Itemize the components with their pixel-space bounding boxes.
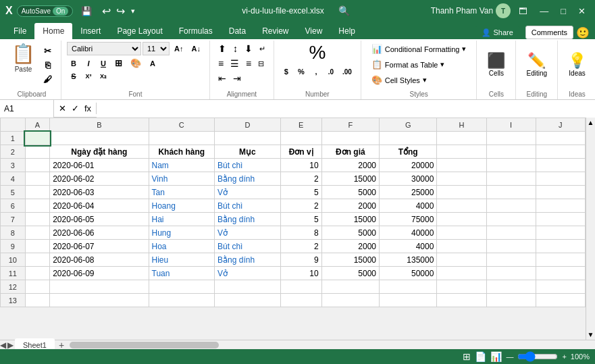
indent-increase-button[interactable]: ⇥ bbox=[230, 72, 244, 85]
cell-d7[interactable]: Bằng dính bbox=[215, 213, 281, 226]
cell-j10[interactable] bbox=[536, 253, 585, 267]
decimal-increase-button[interactable]: .0 bbox=[324, 66, 338, 77]
currency-button[interactable]: $ bbox=[280, 66, 293, 77]
feedback-button[interactable]: 🙂 bbox=[576, 26, 590, 39]
cell-i1[interactable] bbox=[486, 132, 536, 145]
sheet-tab-sheet1[interactable]: Sheet1 bbox=[15, 338, 55, 350]
cell-c5[interactable]: Tan bbox=[149, 186, 215, 199]
cell-b11[interactable]: 2020-06-09 bbox=[50, 267, 149, 280]
tab-home[interactable]: Home bbox=[34, 23, 72, 39]
accept-formula-button[interactable]: ✓ bbox=[70, 103, 81, 114]
cell-e10[interactable]: 9 bbox=[280, 253, 321, 267]
cell-d10[interactable]: Bằng dính bbox=[215, 253, 281, 267]
cell-c7[interactable]: Hai bbox=[149, 213, 215, 226]
cell-b10[interactable]: 2020-06-08 bbox=[50, 253, 149, 267]
cell-b2[interactable]: Ngày đặt hàng bbox=[50, 145, 149, 159]
cell-a13[interactable] bbox=[25, 294, 50, 307]
cell-f5[interactable]: 5000 bbox=[321, 186, 379, 199]
cell-f12[interactable] bbox=[321, 280, 379, 294]
cell-b4[interactable]: 2020-06-02 bbox=[50, 172, 149, 186]
cell-d4[interactable]: Bằng dính bbox=[215, 172, 281, 186]
cell-e11[interactable]: 10 bbox=[280, 267, 321, 280]
cell-a11[interactable] bbox=[25, 267, 50, 280]
cell-a2[interactable] bbox=[25, 145, 50, 159]
format-painter-button[interactable]: 🖌 bbox=[40, 73, 55, 86]
cell-g5[interactable]: 25000 bbox=[380, 186, 437, 199]
cell-d6[interactable]: Bút chì bbox=[215, 199, 281, 213]
cell-e7[interactable]: 5 bbox=[280, 213, 321, 226]
col-header-a[interactable]: A bbox=[25, 118, 50, 132]
cell-f3[interactable]: 2000 bbox=[321, 159, 379, 172]
cell-d13[interactable] bbox=[215, 294, 281, 307]
cell-h13[interactable] bbox=[437, 294, 486, 307]
col-header-d[interactable]: D bbox=[215, 118, 281, 132]
cell-f10[interactable]: 15000 bbox=[321, 253, 379, 267]
cell-g3[interactable]: 20000 bbox=[380, 159, 437, 172]
cell-styles-button[interactable]: 🎨 Cell Styles ▾ bbox=[367, 73, 432, 87]
cell-f9[interactable]: 2000 bbox=[321, 240, 379, 253]
col-header-h[interactable]: H bbox=[437, 118, 486, 132]
cell-g6[interactable]: 4000 bbox=[380, 199, 437, 213]
comma-button[interactable]: , bbox=[309, 66, 323, 77]
cell-e13[interactable] bbox=[280, 294, 321, 307]
cell-d5[interactable]: Vở bbox=[215, 186, 281, 199]
cell-i5[interactable] bbox=[486, 186, 536, 199]
scroll-down-button[interactable]: ▼ bbox=[586, 330, 596, 340]
tab-page-layout[interactable]: Page Layout bbox=[109, 23, 170, 39]
comments-button[interactable]: Comments bbox=[525, 26, 573, 39]
close-button[interactable]: ✕ bbox=[574, 5, 590, 18]
scroll-sheet-left-button[interactable]: ◀ bbox=[0, 340, 6, 350]
scroll-up-button[interactable]: ▲ bbox=[586, 118, 596, 128]
cell-i10[interactable] bbox=[486, 253, 536, 267]
cell-e9[interactable]: 2 bbox=[280, 240, 321, 253]
cell-a10[interactable] bbox=[25, 253, 50, 267]
cell-i6[interactable] bbox=[486, 199, 536, 213]
tab-review[interactable]: Review bbox=[254, 23, 296, 39]
undo-button[interactable]: ↩ bbox=[100, 4, 113, 18]
col-header-g[interactable]: G bbox=[380, 118, 437, 132]
col-header-b[interactable]: B bbox=[50, 118, 149, 132]
font-color-button[interactable]: A bbox=[146, 58, 159, 69]
cell-h8[interactable] bbox=[437, 226, 486, 240]
bold-button[interactable]: B bbox=[67, 58, 80, 69]
tab-help[interactable]: Help bbox=[330, 23, 363, 39]
italic-button[interactable]: I bbox=[82, 58, 95, 69]
hscroll-thumb[interactable] bbox=[70, 342, 219, 348]
cell-b6[interactable]: 2020-06-04 bbox=[50, 199, 149, 213]
cell-g2[interactable]: Tổng bbox=[380, 145, 437, 159]
cell-i4[interactable] bbox=[486, 172, 536, 186]
cell-j5[interactable] bbox=[536, 186, 585, 199]
cell-h7[interactable] bbox=[437, 213, 486, 226]
profile-area[interactable]: Thanh Pham Van T bbox=[431, 3, 511, 18]
cell-d11[interactable]: Vở bbox=[215, 267, 281, 280]
page-break-view-button[interactable]: 📊 bbox=[490, 351, 502, 362]
tab-view[interactable]: View bbox=[297, 23, 331, 39]
underline-button[interactable]: U bbox=[97, 58, 110, 69]
cell-d2[interactable]: Mục bbox=[215, 145, 281, 159]
zoom-plus-icon[interactable]: + bbox=[562, 353, 566, 361]
cell-e12[interactable] bbox=[280, 280, 321, 294]
cell-g10[interactable]: 135000 bbox=[380, 253, 437, 267]
tab-data[interactable]: Data bbox=[221, 23, 254, 39]
align-top-button[interactable]: ⬆ bbox=[215, 42, 229, 55]
cell-f8[interactable]: 5000 bbox=[321, 226, 379, 240]
cell-a8[interactable] bbox=[25, 226, 50, 240]
tab-insert[interactable]: Insert bbox=[72, 23, 109, 39]
cell-h5[interactable] bbox=[437, 186, 486, 199]
cell-i2[interactable] bbox=[486, 145, 536, 159]
cell-g7[interactable]: 75000 bbox=[380, 213, 437, 226]
cell-f7[interactable]: 15000 bbox=[321, 213, 379, 226]
col-header-j[interactable]: J bbox=[536, 118, 585, 132]
cell-h11[interactable] bbox=[437, 267, 486, 280]
cell-e1[interactable] bbox=[280, 132, 321, 145]
cell-b3[interactable]: 2020-06-01 bbox=[50, 159, 149, 172]
font-name-select[interactable]: Calibri bbox=[67, 42, 141, 55]
cell-j4[interactable] bbox=[536, 172, 585, 186]
subscript-button[interactable]: X₂ bbox=[97, 72, 110, 81]
cell-b5[interactable]: 2020-06-03 bbox=[50, 186, 149, 199]
cell-b12[interactable] bbox=[50, 280, 149, 294]
cell-j11[interactable] bbox=[536, 267, 585, 280]
cell-e8[interactable]: 8 bbox=[280, 226, 321, 240]
cell-c10[interactable]: Hieu bbox=[149, 253, 215, 267]
cell-d12[interactable] bbox=[215, 280, 281, 294]
